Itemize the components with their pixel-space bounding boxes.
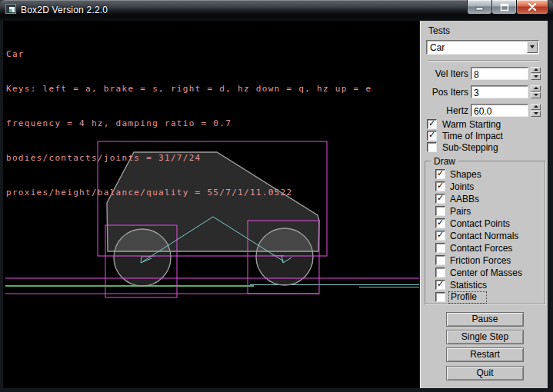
spinner-up-button[interactable] (531, 85, 541, 91)
tests-dropdown-value: Car (430, 42, 445, 53)
hertz-field[interactable]: 60.0 (471, 104, 528, 117)
contact-points-label: Contact Points (450, 219, 510, 229)
aabbs-checkbox[interactable] (435, 194, 445, 204)
quit-button[interactable]: Quit (446, 366, 524, 380)
contact-normals-checkbox[interactable] (435, 231, 445, 241)
separator (428, 60, 539, 61)
titlebar[interactable]: Box2D Version 2.2.0 (0, 0, 553, 21)
front-wheel-circle (256, 228, 313, 285)
window-controls (467, 0, 548, 15)
debug-stats-text: Car Keys: left = a, brake = s, right = d… (6, 25, 371, 221)
arrow-down-icon (534, 94, 538, 96)
spinner-up-button[interactable] (531, 67, 541, 73)
spinner-down-button[interactable] (531, 92, 541, 98)
profile-checkbox[interactable] (435, 292, 445, 302)
statistics-label: Statistics (450, 281, 487, 291)
hertz-label: Hertz (421, 105, 468, 116)
aabbs-label: AABBs (450, 194, 479, 204)
arrow-down-icon (534, 75, 538, 78)
sub-stepping-checkbox[interactable] (427, 142, 437, 152)
friction-forces-label: Friction Forces (450, 256, 511, 266)
vel-iters-field[interactable]: 8 (471, 67, 528, 80)
contact-points-checkbox[interactable] (435, 218, 445, 228)
test-name-line: Car (6, 48, 371, 60)
rear-wheel-circle (114, 229, 171, 286)
restart-button[interactable]: Restart (446, 347, 524, 362)
spinner-up-button[interactable] (531, 104, 541, 110)
profile-label: Profile (449, 292, 486, 303)
warm-starting-checkbox[interactable] (427, 119, 437, 129)
vel-iters-label: Vel Iters (421, 68, 468, 79)
pos-iters-label: Pos Iters (421, 87, 468, 98)
tests-label: Tests (428, 26, 450, 36)
close-button[interactable] (516, 0, 548, 15)
sub-stepping-label: Sub-Stepping (442, 143, 498, 153)
joints-checkbox[interactable] (435, 181, 445, 191)
hertz-stepper (531, 104, 541, 117)
time-of-impact-checkbox[interactable] (427, 131, 437, 141)
warm-starting-label: Warm Starting (442, 120, 501, 130)
shapes-checkbox[interactable] (435, 169, 445, 179)
arrow-up-icon (534, 87, 538, 89)
minimize-icon (475, 3, 485, 11)
tests-dropdown[interactable]: Car (426, 40, 539, 55)
proxies-line: proxies/height/balance/quality = 55/7/1/… (6, 187, 371, 198)
shapes-label: Shapes (450, 170, 481, 180)
friction-forces-checkbox[interactable] (435, 255, 445, 265)
spinner-down-button[interactable] (531, 74, 541, 80)
spinner-down-button[interactable] (531, 111, 541, 117)
tests-dropdown-arrow-button[interactable] (527, 42, 538, 53)
app-window: Box2D Version 2.2.0 (0, 0, 553, 392)
center-of-masses-label: Center of Masses (450, 268, 522, 278)
app-icon (5, 4, 16, 14)
contact-normals-label: Contact Normals (450, 231, 518, 241)
draw-group-legend: Draw (431, 156, 458, 167)
arrow-down-icon (534, 112, 538, 115)
arrow-up-icon (534, 105, 538, 108)
minimize-button[interactable] (467, 0, 492, 15)
joints-label: Joints (450, 182, 474, 192)
pos-iters-field[interactable]: 3 (471, 85, 528, 98)
center-of-masses-checkbox[interactable] (435, 267, 445, 277)
pos-iters-stepper (531, 85, 541, 98)
chevron-down-icon (530, 45, 535, 48)
contact-forces-label: Contact Forces (450, 244, 512, 254)
window-title: Box2D Version 2.2.0 (21, 5, 108, 15)
contact-forces-checkbox[interactable] (435, 243, 445, 253)
maximize-button[interactable] (491, 0, 517, 15)
profile-label-wrap: Profile (449, 292, 486, 303)
simulation-canvas[interactable]: Car Keys: left = a, brake = s, right = d… (3, 21, 419, 388)
vel-iters-stepper (531, 67, 541, 80)
arrow-up-icon (534, 68, 538, 71)
pause-button[interactable]: Pause (446, 312, 524, 327)
pairs-checkbox[interactable] (435, 206, 445, 216)
keys-line: Keys: left = a, brake = s, right = d, hz… (6, 83, 371, 95)
bodies-line: bodies/contacts/joints = 31/7/24 (6, 152, 371, 164)
time-of-impact-label: Time of Impact (442, 131, 503, 141)
close-icon (528, 3, 537, 11)
single-step-button[interactable]: Single Step (446, 330, 524, 344)
maximize-icon (500, 3, 509, 12)
pairs-label: Pairs (450, 207, 471, 217)
control-panel: Tests Car Vel Iters 8 Pos Iters 3 Hertz … (420, 21, 548, 388)
frequency-line: frequency = 4 hz, damping ratio = 0.7 (6, 118, 371, 129)
statistics-checkbox[interactable] (435, 280, 445, 290)
